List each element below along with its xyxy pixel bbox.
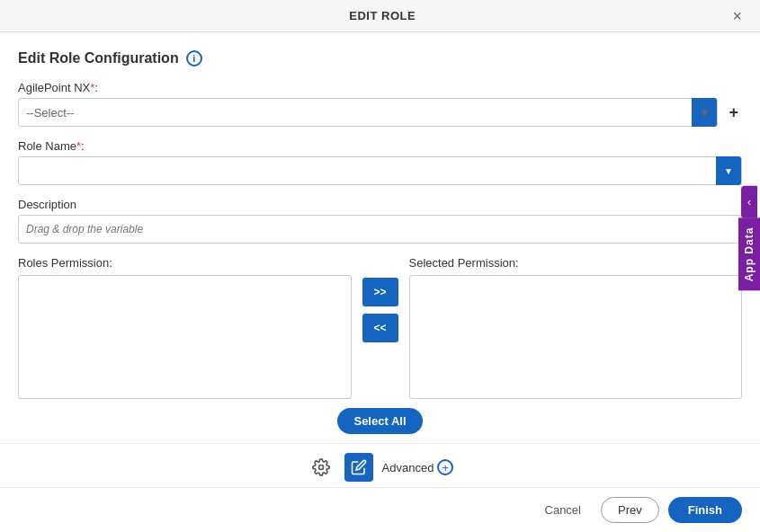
gear-icon xyxy=(312,458,330,476)
app-data-label[interactable]: App Data xyxy=(738,217,760,290)
permissions-row: Roles Permission: >> << Selected Permiss… xyxy=(18,256,742,399)
section-title-text: Edit Role Configuration xyxy=(18,50,179,66)
select-all-button[interactable]: Select All xyxy=(337,408,422,434)
footer-icons-row: Advanced + xyxy=(0,443,760,487)
role-name-input-wrapper: ▼ xyxy=(18,156,742,185)
role-name-dropdown-btn[interactable]: ▼ xyxy=(716,156,741,185)
settings-icon-button[interactable] xyxy=(307,453,335,482)
modal-body: Edit Role Configuration i AgilePoint NX*… xyxy=(0,32,760,443)
selected-permission-box[interactable] xyxy=(409,275,743,399)
description-input[interactable] xyxy=(18,215,742,244)
role-name-chevron-icon: ▼ xyxy=(724,166,733,176)
info-icon[interactable]: i xyxy=(186,50,202,66)
section-title: Edit Role Configuration i xyxy=(18,50,742,66)
role-name-field-group: Role Name*: ▼ xyxy=(18,139,742,185)
advanced-text: Advanced xyxy=(382,461,434,474)
roles-permission-label: Roles Permission: xyxy=(18,256,352,270)
edit-role-modal: EDIT ROLE × Edit Role Configuration i Ag… xyxy=(0,0,760,532)
select-all-row: Select All xyxy=(18,408,742,434)
description-label: Description xyxy=(18,198,742,211)
dropdown-chevron-icon: ▼ xyxy=(692,106,718,120)
selected-permission-col: Selected Permission: xyxy=(409,256,743,399)
transfer-forward-button[interactable]: >> xyxy=(362,278,398,306)
close-button[interactable]: × xyxy=(729,8,746,24)
roles-permission-box[interactable] xyxy=(18,275,352,399)
app-data-tab-container: ‹ App Data xyxy=(738,185,760,290)
app-data-chevron[interactable]: ‹ xyxy=(741,185,757,217)
prev-button[interactable]: Prev xyxy=(601,497,659,523)
edit-icon xyxy=(351,459,367,475)
advanced-label-row: Advanced + xyxy=(382,459,454,475)
modal-header: EDIT ROLE × xyxy=(0,0,760,32)
finish-button[interactable]: Finish xyxy=(668,497,742,523)
agilepoint-nx-select-wrapper: --Select-- ▼ + xyxy=(18,98,742,127)
selected-permission-label: Selected Permission: xyxy=(409,256,743,270)
modal-title: EDIT ROLE xyxy=(36,9,729,22)
transfer-buttons: >> << xyxy=(352,278,409,342)
roles-permission-col: Roles Permission: xyxy=(18,256,352,399)
agilepoint-nx-add-button[interactable]: + xyxy=(725,103,742,122)
agilepoint-nx-field-group: AgilePoint NX*: --Select-- ▼ + xyxy=(18,81,742,127)
cancel-button[interactable]: Cancel xyxy=(534,498,592,522)
transfer-backward-button[interactable]: << xyxy=(362,314,398,342)
edit-icon-button[interactable] xyxy=(344,453,373,482)
modal-footer: Cancel Prev Finish xyxy=(0,487,760,532)
agilepoint-nx-dropdown-btn[interactable]: ▼ xyxy=(692,98,717,127)
agilepoint-nx-label: AgilePoint NX*: xyxy=(18,81,742,94)
svg-point-0 xyxy=(318,466,323,470)
role-name-label: Role Name*: xyxy=(18,139,742,153)
agilepoint-nx-select[interactable]: --Select-- ▼ xyxy=(18,98,718,127)
description-field-group: Description xyxy=(18,198,742,244)
advanced-plus-icon[interactable]: + xyxy=(437,459,453,475)
agilepoint-nx-placeholder: --Select-- xyxy=(19,106,692,120)
